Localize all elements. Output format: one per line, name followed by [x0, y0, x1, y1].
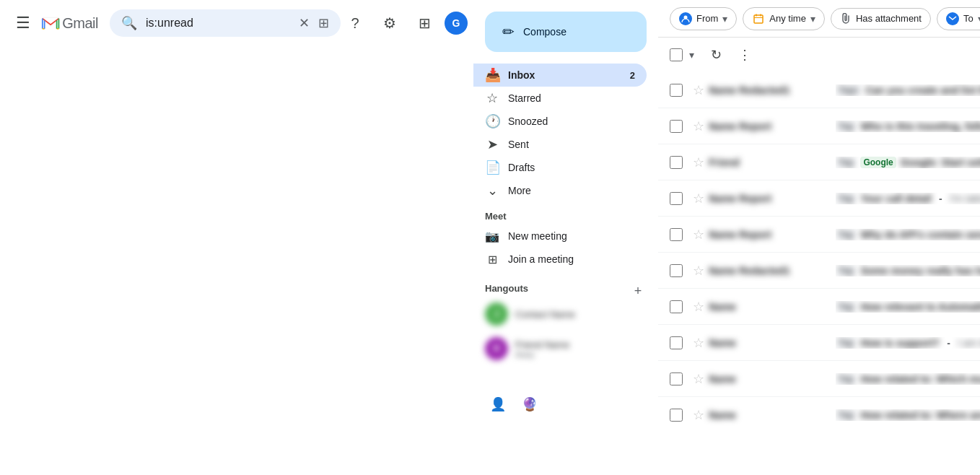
profile-avatar[interactable]: G [445, 12, 468, 35]
star-button[interactable]: ☆ [688, 225, 709, 245]
email-checkbox[interactable] [670, 120, 683, 133]
nav-drafts[interactable]: 📄 Drafts [473, 156, 647, 179]
email-row[interactable]: ☆ Name Tag How relevant to Automattic fr… [658, 289, 980, 325]
from-icon [679, 12, 692, 25]
email-content: Tag How related to: Where are the pros a… [836, 409, 980, 421]
email-tag: Tag [836, 409, 856, 421]
star-button[interactable]: ☆ [688, 80, 709, 100]
hangout-info-1: Contact Name [515, 309, 647, 320]
search-input[interactable] [146, 17, 290, 30]
compose-label: Compose [523, 26, 566, 38]
starred-icon: ☆ [485, 90, 499, 106]
star-button[interactable]: ☆ [688, 297, 709, 317]
more-options-button[interactable]: ⋮ [733, 43, 756, 66]
nav-snoozed[interactable]: 🕐 Snoozed [473, 110, 647, 133]
anytime-arrow-icon: ▾ [810, 13, 815, 25]
email-row[interactable]: ☆ Name Tag How is support? - I am time t… [658, 325, 980, 361]
star-button[interactable]: ☆ [688, 369, 709, 389]
has-attachment-label: Has attachment [856, 13, 922, 24]
add-hangout-button[interactable]: + [629, 282, 647, 300]
email-sender: Name [709, 337, 824, 349]
star-button[interactable]: ☆ [688, 261, 709, 281]
email-content: Tag How related to: Which must start rep… [836, 373, 980, 385]
email-checkbox[interactable] [670, 264, 683, 277]
clear-search-icon[interactable]: ✕ [299, 15, 310, 31]
email-dash: - [947, 337, 950, 349]
nav-inbox[interactable]: 📥 Inbox 2 [473, 64, 647, 87]
email-checkbox[interactable] [670, 336, 683, 349]
manage-people-button[interactable]: 👤 [485, 391, 511, 417]
settings-button[interactable]: ⚙ [375, 9, 404, 38]
starred-label: Starred [508, 92, 635, 104]
new-meeting-item[interactable]: 📷 New meeting [473, 225, 647, 248]
email-row[interactable]: ☆ Name Report Tag Why do API's contain s… [658, 217, 980, 253]
select-dropdown-button[interactable]: ▾ [684, 48, 699, 62]
email-subject: How related to: Which must start reports… [860, 373, 980, 385]
email-checkbox[interactable] [670, 84, 683, 97]
email-checkbox[interactable] [670, 300, 683, 313]
email-tag: Tag [836, 193, 856, 204]
nav-sent[interactable]: ➤ Sent [473, 133, 647, 156]
star-button[interactable]: ☆ [688, 152, 709, 173]
star-button[interactable]: ☆ [688, 333, 709, 353]
email-checkbox[interactable] [670, 228, 683, 241]
grid-icon: ⊞ [485, 253, 499, 266]
email-tag green: Google [860, 157, 896, 168]
star-button[interactable]: ☆ [688, 188, 709, 209]
join-meeting-item[interactable]: ⊞ Join a meeting [473, 248, 647, 271]
filter-bar: From ▾ Any time ▾ Has attachment [658, 0, 980, 38]
anytime-label: Any time [769, 13, 806, 24]
hangout-contact-2[interactable]: R Friend Name Away [485, 334, 647, 363]
filter-to[interactable]: To ▾ [937, 7, 980, 30]
compose-button[interactable]: ✏ Compose [485, 12, 647, 52]
email-row[interactable]: ☆ Name Report Tag Who is this traveling,… [658, 108, 980, 144]
main-content: From ▾ Any time ▾ Has attachment [658, 0, 980, 429]
inbox-icon: 📥 [485, 67, 499, 83]
meet-header: Meet [473, 202, 658, 225]
email-sender: Name Report [709, 193, 824, 204]
hangout-status-2: Away [515, 350, 647, 359]
email-checkbox[interactable] [670, 372, 683, 385]
hamburger-menu[interactable]: ☰ [6, 6, 40, 40]
email-content: Tag Why do API's contain sensitive durin… [836, 229, 980, 240]
star-button[interactable]: ☆ [688, 405, 709, 425]
top-right-actions: ? ⚙ ⊞ G [341, 9, 468, 38]
nav-more[interactable]: ⌄ More [473, 179, 647, 202]
email-row[interactable]: ☆ Name Redacted1 Tags Can you create and… [658, 72, 980, 108]
email-tag: Tag [836, 121, 856, 132]
sent-icon: ➤ [485, 136, 499, 152]
snoozed-icon: 🕐 [485, 113, 499, 129]
email-tag: Tags [836, 84, 861, 96]
select-all-checkbox[interactable] [670, 48, 683, 61]
hangout-name-1: Contact Name [515, 309, 647, 320]
email-content: Tag Google Google: Start setting up your… [836, 157, 980, 168]
email-checkbox[interactable] [670, 156, 683, 169]
email-row[interactable]: ☆ Name Tag How related to: Where are the… [658, 397, 980, 429]
star-button[interactable]: ☆ [688, 116, 709, 136]
apps-button[interactable]: ⊞ [410, 9, 439, 38]
email-row[interactable]: ☆ Name Report Tag Your call detail - I'm… [658, 180, 980, 217]
nav-starred[interactable]: ☆ Starred [473, 87, 647, 110]
help-button[interactable]: ? [341, 9, 369, 38]
email-row[interactable]: ☆ Name Redacted1 Tag Some money really h… [658, 253, 980, 289]
email-sender: Name [709, 409, 824, 421]
companion-button[interactable]: 🔮 [517, 391, 543, 417]
refresh-button[interactable]: ↻ [704, 43, 727, 66]
toolbar: ▾ ↻ ⋮ 1–39 of 39 ‹ › ⊟ ▾ [658, 38, 980, 72]
email-tag: Tag [836, 301, 856, 313]
filter-anytime[interactable]: Any time ▾ [743, 7, 825, 30]
email-row[interactable]: ☆ Name Tag How related to: Which must st… [658, 361, 980, 397]
svg-rect-8 [754, 15, 763, 23]
email-checkbox[interactable] [670, 409, 683, 422]
email-subject: Can you create and list the differences … [865, 84, 980, 96]
filter-from[interactable]: From ▾ [670, 7, 737, 30]
gmail-logo: Gmail [40, 12, 98, 34]
filter-has-attachment[interactable]: Has attachment [831, 8, 931, 30]
email-checkbox[interactable] [670, 192, 683, 205]
email-sender: Friend [709, 157, 824, 168]
email-row[interactable]: ☆ Friend Tag Google Google: Start settin… [658, 144, 980, 180]
hangout-contact-1[interactable]: J Contact Name [485, 300, 647, 328]
search-options-icon[interactable]: ⊞ [318, 15, 329, 31]
camera-icon: 📷 [485, 230, 499, 243]
calendar-icon [752, 12, 765, 25]
